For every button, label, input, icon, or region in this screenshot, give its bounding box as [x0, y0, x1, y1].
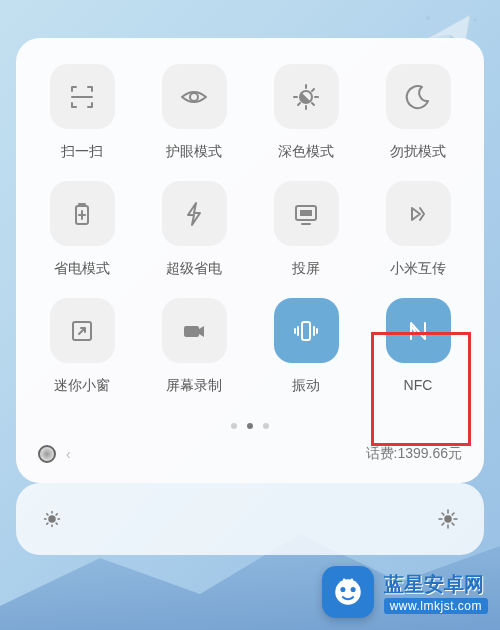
control-center-panel: 扫一扫 护眼模式 深色模式	[16, 38, 484, 483]
battery-icon	[66, 198, 98, 230]
tile-label: 深色模式	[278, 143, 334, 161]
tile-label: NFC	[404, 377, 433, 393]
page-dot-2	[247, 423, 253, 429]
watermark-url: www.lmkjst.com	[384, 598, 488, 614]
tile-label: 扫一扫	[61, 143, 103, 161]
camera-icon	[178, 315, 210, 347]
svg-point-0	[426, 16, 430, 20]
tile-label: 护眼模式	[166, 143, 222, 161]
svg-point-13	[350, 587, 355, 592]
tile-label: 省电模式	[54, 260, 110, 278]
tile-label: 投屏	[292, 260, 320, 278]
signal-indicator[interactable]	[38, 445, 56, 463]
chevron-left-icon[interactable]: ‹	[66, 446, 71, 462]
tile-eyecare[interactable]: 护眼模式	[146, 64, 242, 161]
svg-rect-15	[350, 578, 353, 585]
tile-label: 超级省电	[166, 260, 222, 278]
brightness-slider[interactable]	[16, 483, 484, 555]
tile-scan[interactable]: 扫一扫	[34, 64, 130, 161]
tile-cast[interactable]: 投屏	[258, 181, 354, 278]
svg-point-10	[48, 515, 56, 523]
brightness-low-icon	[40, 507, 64, 531]
svg-rect-14	[343, 578, 346, 585]
tile-label: 屏幕录制	[166, 377, 222, 395]
mini-window-icon	[66, 315, 98, 347]
watermark-title: 蓝星安卓网	[384, 571, 484, 598]
scan-icon	[66, 81, 98, 113]
page-indicator[interactable]	[34, 423, 466, 429]
eye-icon	[178, 81, 210, 113]
svg-rect-8	[184, 326, 199, 337]
tile-ultra-saver[interactable]: 超级省电	[146, 181, 242, 278]
svg-rect-9	[302, 322, 310, 340]
tile-mini-window[interactable]: 迷你小窗	[34, 298, 130, 395]
moon-icon	[402, 81, 434, 113]
page-dot-3	[263, 423, 269, 429]
tile-vibrate[interactable]: 振动	[258, 298, 354, 395]
watermark: 蓝星安卓网 www.lmkjst.com	[322, 566, 488, 618]
lightning-icon	[178, 198, 210, 230]
share-icon	[402, 198, 434, 230]
svg-rect-6	[300, 210, 312, 216]
tile-mi-share[interactable]: 小米互传	[370, 181, 466, 278]
sun-moon-icon	[290, 81, 322, 113]
svg-point-12	[340, 587, 345, 592]
quick-settings-grid: 扫一扫 护眼模式 深色模式	[34, 64, 466, 395]
tile-label: 小米互传	[390, 260, 446, 278]
tile-battery-saver[interactable]: 省电模式	[34, 181, 130, 278]
watermark-icon	[322, 566, 374, 618]
nfc-icon	[402, 315, 434, 347]
brightness-high-icon	[436, 507, 460, 531]
vibrate-icon	[290, 315, 322, 347]
tile-label: 勿扰模式	[390, 143, 446, 161]
page-dot-1	[231, 423, 237, 429]
balance-label: 话费:1399.66元	[366, 445, 463, 463]
tile-nfc[interactable]: NFC	[370, 298, 466, 395]
tile-darkmode[interactable]: 深色模式	[258, 64, 354, 161]
cast-icon	[290, 198, 322, 230]
svg-point-1	[474, 19, 477, 22]
status-row: ‹ 话费:1399.66元	[34, 445, 466, 463]
tile-label: 振动	[292, 377, 320, 395]
svg-point-11	[444, 515, 452, 523]
svg-point-2	[190, 93, 198, 101]
tile-screen-record[interactable]: 屏幕录制	[146, 298, 242, 395]
tile-dnd[interactable]: 勿扰模式	[370, 64, 466, 161]
tile-label: 迷你小窗	[54, 377, 110, 395]
